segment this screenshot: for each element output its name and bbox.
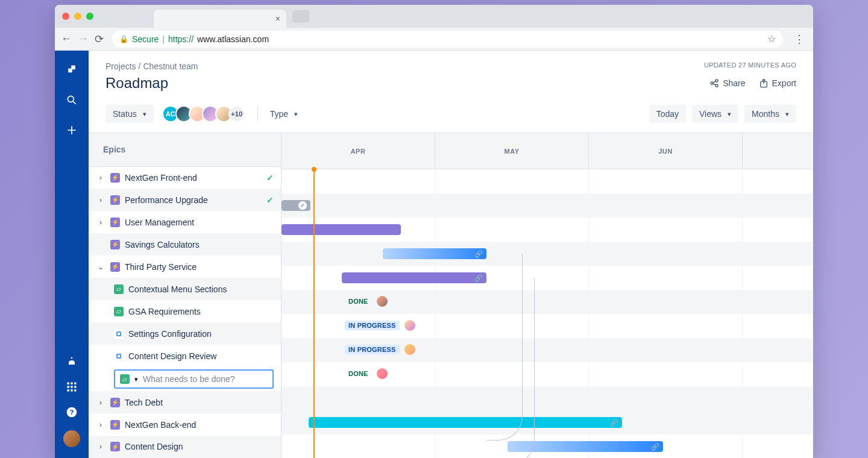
- epic-row[interactable]: › ⚡ Content Design: [89, 436, 281, 458]
- address-bar: ← → ⟳ 🔒 Secure | https://www.atlassian.c…: [55, 28, 813, 51]
- status-row: IN PROGRESS: [345, 320, 415, 331]
- epic-icon: ⚡: [110, 218, 120, 227]
- timeline-bar[interactable]: ✓: [281, 200, 310, 211]
- search-icon[interactable]: [64, 93, 79, 107]
- epic-child-row[interactable]: Content Design Review: [89, 345, 281, 367]
- app-switcher-icon[interactable]: [64, 380, 79, 394]
- svg-line-19: [713, 84, 716, 86]
- epic-row[interactable]: › ⚡ User Management: [89, 211, 281, 233]
- assignee-avatar: [377, 296, 388, 307]
- notifications-icon[interactable]: [64, 354, 79, 369]
- today-button[interactable]: Today: [649, 105, 686, 123]
- svg-rect-6: [74, 383, 76, 384]
- epics-column: Epics › ⚡ NextGen Front-end ✓ › ⚡ Perfor…: [89, 133, 281, 458]
- link-icon: 🔗: [651, 443, 659, 451]
- epic-row[interactable]: › ⚡ Performance Upgrade ✓: [89, 189, 281, 211]
- back-button[interactable]: ←: [61, 33, 72, 46]
- epic-label: GSA Requirements: [128, 307, 201, 316]
- create-icon[interactable]: [64, 123, 79, 137]
- new-item-input[interactable]: [143, 374, 268, 384]
- assignee-avatar: [404, 344, 415, 355]
- epic-child-row[interactable]: ▱ Contextual Menu Sections: [89, 278, 281, 300]
- epics-header: Epics: [89, 133, 281, 167]
- story-icon: ▱: [120, 374, 130, 384]
- assignee-filter[interactable]: AC +10: [162, 105, 245, 122]
- epic-child-row[interactable]: Settings Configuration: [89, 322, 281, 345]
- timeline: APR MAY JUN ✓: [281, 133, 813, 458]
- svg-line-1: [74, 102, 76, 104]
- link-icon: 🔗: [474, 250, 483, 258]
- chevron-right-icon[interactable]: ›: [96, 218, 105, 227]
- epic-icon: ⚡: [110, 195, 120, 205]
- timeline-bar[interactable]: 🔗: [383, 248, 486, 259]
- reload-button[interactable]: ⟳: [95, 33, 104, 46]
- avatar-more[interactable]: +10: [228, 105, 245, 122]
- timeline-bar[interactable]: [281, 224, 401, 235]
- chevron-down-icon: ▾: [728, 110, 731, 118]
- epic-row[interactable]: › ⚡ NextGen Back-end: [89, 413, 281, 436]
- close-tab-icon[interactable]: ×: [275, 14, 280, 24]
- breadcrumb-leaf[interactable]: Chestnut team: [143, 61, 198, 71]
- chevron-down-icon[interactable]: ▾: [134, 375, 138, 383]
- browser-menu-icon[interactable]: ⋮: [791, 33, 807, 46]
- new-item-input-wrapper[interactable]: ▱ ▾: [114, 369, 274, 389]
- chevron-right-icon[interactable]: ›: [96, 398, 105, 407]
- jira-logo-icon[interactable]: [64, 63, 79, 77]
- content-header: UPDATED 27 MINUTES AGO Projects / Chestn…: [89, 51, 813, 96]
- profile-avatar[interactable]: [63, 430, 80, 447]
- breadcrumb-root[interactable]: Projects: [105, 61, 136, 71]
- svg-rect-4: [68, 383, 69, 384]
- status-badge: IN PROGRESS: [345, 345, 400, 354]
- assignee-avatar: [377, 368, 388, 379]
- help-icon[interactable]: ?: [64, 405, 79, 419]
- month-column: JUN: [589, 133, 743, 169]
- chevron-down-icon[interactable]: ⌄: [96, 263, 105, 271]
- url-host: www.atlassian.com: [197, 34, 269, 44]
- months-dropdown[interactable]: Months▾: [744, 105, 796, 123]
- breadcrumb: Projects / Chestnut team: [105, 61, 704, 71]
- epic-row[interactable]: › ⚡ NextGen Front-end ✓: [89, 167, 281, 189]
- export-button[interactable]: Export: [759, 78, 796, 88]
- chevron-right-icon[interactable]: ›: [96, 174, 105, 182]
- check-icon: ✓: [266, 173, 274, 183]
- epic-child-row[interactable]: ▱ GSA Requirements: [89, 300, 281, 322]
- close-window-button[interactable]: [62, 13, 69, 20]
- chevron-right-icon[interactable]: ›: [96, 196, 105, 204]
- browser-tab[interactable]: ×: [154, 10, 286, 28]
- maximize-window-button[interactable]: [86, 13, 93, 20]
- epic-label: Settings Configuration: [128, 329, 212, 339]
- status-row: DONE: [345, 296, 388, 307]
- epic-row[interactable]: ⌄ ⚡ Third Party Service: [89, 256, 281, 278]
- month-column: MAY: [435, 133, 589, 169]
- chevron-right-icon[interactable]: ›: [96, 421, 105, 429]
- epic-icon: ⚡: [110, 442, 120, 451]
- epic-label: Performance Upgrade: [125, 195, 208, 205]
- chevron-right-icon[interactable]: ›: [96, 442, 105, 451]
- chevron-down-icon: ▾: [785, 110, 789, 118]
- divider: [257, 107, 258, 121]
- story-icon: ▱: [114, 284, 124, 294]
- status-filter[interactable]: Status ▾: [105, 105, 154, 123]
- svg-rect-9: [74, 386, 76, 387]
- new-tab-button[interactable]: [292, 10, 309, 22]
- views-dropdown[interactable]: Views▾: [692, 105, 738, 123]
- forward-button[interactable]: →: [78, 33, 89, 46]
- epic-row[interactable]: › ⚡ Tech Debt: [89, 391, 281, 413]
- share-button[interactable]: Share: [709, 78, 745, 88]
- timeline-body[interactable]: ✓ 🔗 🔗 DONE: [281, 169, 813, 458]
- svg-rect-11: [71, 389, 72, 391]
- link-icon: 🔗: [474, 274, 483, 282]
- type-filter[interactable]: Type ▾: [270, 109, 298, 119]
- timeline-row: [281, 386, 813, 410]
- lock-icon: 🔒: [119, 35, 128, 43]
- svg-rect-7: [68, 386, 69, 387]
- timeline-bar[interactable]: 🔗: [342, 272, 486, 283]
- timeline-row: 🔗: [281, 410, 813, 434]
- bookmark-icon[interactable]: ☆: [767, 33, 776, 45]
- url-field[interactable]: 🔒 Secure | https://www.atlassian.com ☆: [112, 31, 783, 48]
- timeline-bar[interactable]: 🔗: [309, 417, 622, 428]
- epic-row[interactable]: › ⚡ Savings Calculators: [89, 233, 281, 256]
- updated-timestamp: UPDATED 27 MINUTES AGO: [704, 61, 796, 69]
- minimize-window-button[interactable]: [74, 13, 81, 20]
- story-icon: ▱: [114, 307, 124, 316]
